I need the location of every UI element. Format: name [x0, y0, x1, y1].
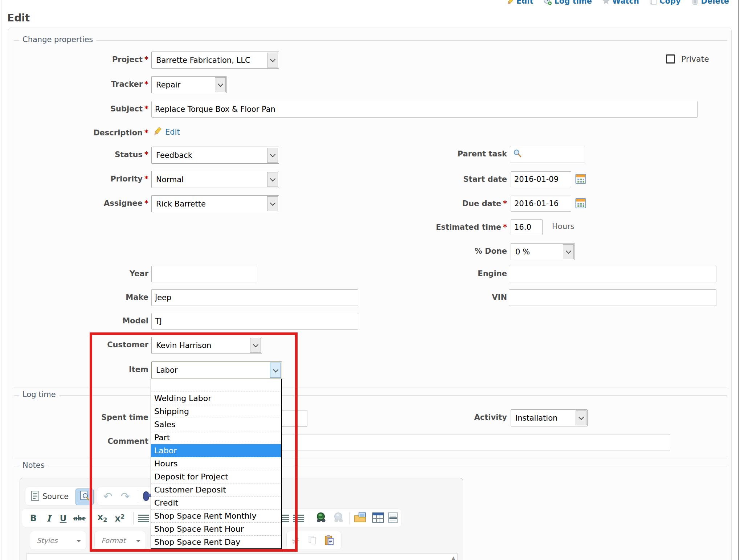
project-select[interactable]: Barrette Fabrication, LLC — [151, 52, 279, 69]
activity-label: Activity — [341, 413, 507, 422]
priority-select[interactable]: Normal — [151, 171, 279, 188]
dropdown-option[interactable]: Shop Space Rent Hour — [151, 523, 281, 536]
log-time-action-label: Log time — [554, 0, 592, 5]
dropdown-option[interactable]: Shipping — [151, 405, 281, 418]
chevron-down-icon — [267, 148, 278, 163]
dropdown-option[interactable]: Deposit for Project — [151, 470, 281, 483]
project-label: Project* — [14, 55, 148, 64]
preview-button[interactable] — [75, 489, 94, 505]
preview-icon — [80, 491, 89, 503]
customer-select[interactable]: Kevin Harrison — [151, 337, 262, 354]
assignee-select[interactable]: Rick Barrette — [151, 195, 279, 212]
redo-icon: ↷ — [120, 491, 130, 502]
dropdown-option[interactable]: Sales — [151, 418, 281, 431]
dropdown-option[interactable]: Part — [151, 431, 281, 444]
clock-add-icon — [543, 0, 552, 5]
chevron-down-icon — [250, 338, 261, 353]
calendar-icon[interactable] — [575, 198, 586, 210]
percent-done-label: % Done — [341, 247, 507, 256]
chevron-down-icon — [563, 244, 574, 259]
project-select-value: Barrette Fabrication, LLC — [156, 52, 250, 68]
superscript-button[interactable]: X2 — [113, 512, 127, 525]
bold-button[interactable]: B — [26, 512, 40, 525]
copy-button[interactable] — [306, 534, 319, 547]
start-date-input[interactable] — [511, 171, 571, 187]
watch-action-label: Watch — [612, 0, 639, 5]
model-input[interactable] — [151, 313, 358, 330]
insert-image-button[interactable] — [352, 512, 369, 525]
dropdown-option[interactable]: Hours — [151, 457, 281, 470]
dropdown-option[interactable]: Customer Deposit — [151, 483, 281, 496]
source-button[interactable]: Source — [26, 490, 73, 503]
engine-label: Engine — [341, 269, 507, 278]
scroll-up-arrow-icon[interactable]: ▲ — [451, 555, 455, 560]
percent-done-select-value: 0 % — [515, 244, 530, 260]
undo-button[interactable]: ↶ — [101, 490, 115, 503]
insert-link-button[interactable] — [312, 512, 330, 525]
dropdown-option-selected[interactable]: Labor — [151, 444, 281, 457]
due-date-input[interactable] — [511, 196, 571, 212]
log-time-legend: Log time — [19, 390, 59, 399]
log-time-action-link[interactable]: Log time — [543, 0, 592, 5]
private-checkbox[interactable] — [666, 54, 675, 64]
notes-content-area[interactable]: ▲ — [26, 553, 458, 560]
percent-done-select[interactable]: 0 % — [511, 243, 575, 260]
numbered-list-icon — [138, 515, 149, 522]
styles-combo[interactable]: Styles — [30, 531, 86, 550]
watch-action-link[interactable]: Watch — [602, 0, 639, 5]
notes-legend: Notes — [19, 461, 48, 470]
copy-action-link[interactable]: Copy — [649, 0, 681, 5]
edit-action-link[interactable]: Edit — [506, 0, 533, 5]
description-label: Description* — [14, 128, 148, 137]
justify-button[interactable] — [291, 512, 306, 525]
notes-fieldset: Notes Source ↶ ↷ — [14, 466, 727, 560]
italic-button[interactable]: I — [42, 512, 56, 525]
vin-label: VIN — [341, 293, 507, 302]
subscript-button[interactable]: X2 — [95, 512, 109, 525]
spent-time-label: Spent time — [14, 413, 148, 422]
description-edit-link[interactable]: Edit — [165, 128, 180, 136]
dropdown-option[interactable]: Welding Labor — [151, 392, 281, 405]
delete-action-link[interactable]: Delete — [691, 0, 729, 5]
edit-action-label: Edit — [516, 0, 533, 5]
priority-select-value: Normal — [156, 171, 184, 188]
source-doc-icon — [31, 491, 40, 502]
issue-action-bar: Edit Log time Watch Copy Delete — [506, 0, 729, 8]
dropdown-option[interactable]: Shop Space Rent Day — [151, 536, 281, 548]
page-title: Edit — [7, 12, 30, 24]
activity-select-value: Installation — [515, 410, 557, 426]
horizontal-rule-button[interactable] — [386, 512, 400, 525]
redo-button[interactable]: ↷ — [118, 490, 132, 503]
tracker-select[interactable]: Repair — [151, 76, 227, 93]
insert-table-button[interactable] — [370, 512, 387, 525]
status-select-value: Feedback — [156, 147, 192, 163]
numbered-list-button[interactable] — [137, 512, 151, 525]
dropdown-option[interactable]: Shop Space Rent Monthly — [151, 510, 281, 523]
status-select[interactable]: Feedback — [151, 147, 279, 164]
remove-link-button[interactable] — [330, 512, 347, 525]
calendar-icon[interactable] — [575, 173, 586, 186]
estimated-time-input[interactable] — [511, 219, 543, 235]
year-label: Year — [14, 269, 148, 278]
engine-input[interactable] — [509, 266, 716, 282]
caret-down-icon — [136, 540, 140, 544]
window-scrollbar-edge — [738, 0, 739, 560]
copy-icon — [649, 0, 657, 5]
strikethrough-button[interactable]: abc — [71, 512, 87, 525]
format-combo[interactable]: Format — [94, 531, 146, 550]
subject-input[interactable] — [151, 101, 698, 118]
dropdown-option[interactable]: Credit — [151, 496, 281, 510]
dropdown-option-blank[interactable] — [151, 379, 281, 392]
cut-button[interactable]: ✂ — [289, 534, 303, 547]
item-select[interactable]: Labor — [151, 361, 282, 379]
caret-down-icon — [77, 540, 81, 544]
activity-select[interactable]: Installation — [511, 409, 588, 426]
toolbar-group-source: Source — [25, 487, 95, 506]
italic-icon: I — [46, 513, 50, 524]
year-input[interactable] — [151, 266, 257, 282]
make-input[interactable] — [151, 289, 358, 306]
vin-input[interactable] — [509, 289, 716, 306]
paste-button[interactable] — [322, 534, 336, 547]
underline-button[interactable]: U — [56, 512, 70, 525]
format-combo-label: Format — [101, 531, 126, 549]
